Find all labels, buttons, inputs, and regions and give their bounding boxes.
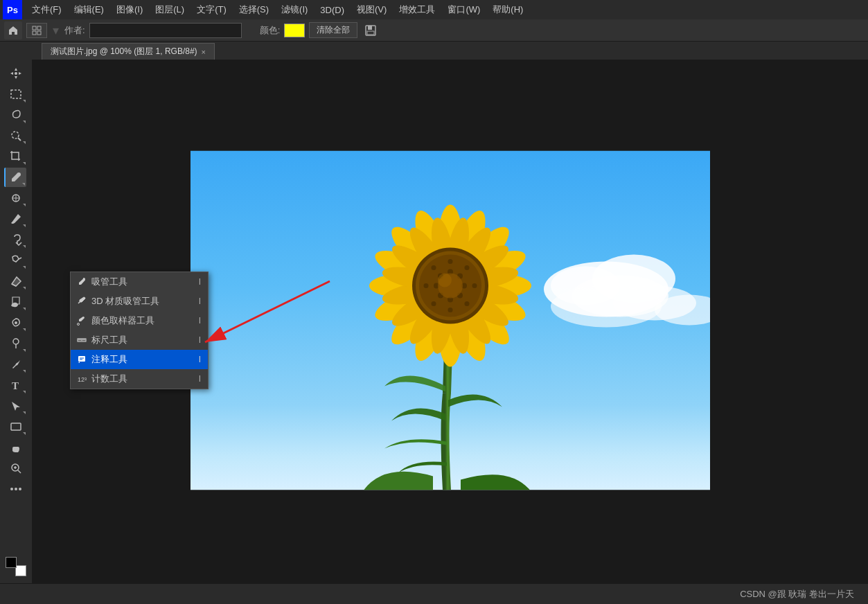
lasso-tool[interactable]: [5, 105, 27, 125]
svg-text:Ps: Ps: [7, 5, 18, 15]
clear-all-button[interactable]: 清除全部: [309, 22, 357, 38]
ctx-menu-color-sampler[interactable]: 颜色取样器工具 I: [71, 311, 208, 330]
svg-point-12: [15, 321, 17, 324]
ctx-menu-count[interactable]: 12³ 计数工具 I: [71, 369, 208, 389]
menu-3d[interactable]: 3D(D): [315, 3, 350, 17]
svg-point-10: [12, 132, 19, 139]
svg-point-76: [431, 301, 436, 306]
menu-help[interactable]: 帮助(H): [487, 2, 529, 17]
menu-view[interactable]: 视图(V): [351, 2, 392, 17]
svg-point-13: [13, 339, 19, 344]
healing-brush-tool[interactable]: [5, 188, 27, 208]
blur-tool[interactable]: [5, 313, 27, 332]
menu-image[interactable]: 图像(I): [111, 2, 148, 17]
main-area: T: [0, 60, 868, 583]
menu-plugins[interactable]: 增效工具: [393, 2, 441, 17]
svg-rect-4: [37, 31, 41, 35]
svg-rect-1: [33, 26, 36, 30]
history-brush-tool[interactable]: [5, 251, 27, 270]
hand-tool[interactable]: [5, 438, 27, 457]
color-label: 颜色:: [260, 24, 281, 37]
menu-select[interactable]: 选择(S): [233, 2, 274, 17]
menu-file[interactable]: 文件(F): [26, 2, 67, 17]
doc-tab-title: 测试图片.jpg @ 100% (图层 1, RGB/8#): [51, 46, 197, 57]
svg-point-27: [551, 286, 662, 328]
menu-window[interactable]: 窗口(W): [442, 2, 486, 17]
3d-eyedropper-icon: [76, 296, 87, 307]
clone-stamp-tool[interactable]: [5, 230, 27, 249]
author-label: 作者:: [64, 24, 85, 37]
crop-tool[interactable]: [5, 147, 27, 166]
ctx-menu-eyedropper-label: 吸管工具: [91, 276, 127, 288]
zoom-tool[interactable]: [5, 459, 27, 478]
menu-text[interactable]: 文字(T): [191, 2, 232, 17]
svg-point-74: [464, 301, 469, 306]
svg-point-75: [448, 308, 452, 312]
foreground-bg-colors[interactable]: [6, 557, 26, 576]
ctx-menu-ruler[interactable]: 标尺工具 I: [71, 330, 208, 350]
svg-rect-6: [368, 26, 372, 30]
svg-point-18: [15, 488, 17, 490]
type-tool[interactable]: T: [5, 375, 27, 395]
move-tool[interactable]: [5, 64, 27, 83]
svg-point-8: [15, 72, 17, 75]
canvas-area: 吸管工具 I 3D 材质吸管工具 I: [32, 60, 868, 583]
ctx-menu-note-shortcut: I: [199, 355, 201, 364]
status-bar: CSDN @跟 耿瑞 卷出一片天: [0, 583, 868, 604]
svg-rect-2: [37, 26, 41, 30]
eraser-tool[interactable]: [5, 272, 27, 291]
svg-rect-7: [367, 31, 374, 35]
ctx-menu-3d-eyedropper-label: 3D 材质吸管工具: [91, 295, 159, 308]
author-input[interactable]: [89, 23, 242, 38]
ruler-icon: [76, 335, 87, 346]
menu-edit[interactable]: 编辑(E): [69, 2, 109, 17]
more-tools[interactable]: [5, 479, 27, 499]
ctx-menu-note-label: 注释工具: [91, 353, 127, 366]
svg-point-81: [78, 323, 80, 326]
doc-tab-close[interactable]: ×: [202, 48, 206, 56]
ctx-menu-note[interactable]: 注释工具 I: [71, 350, 208, 369]
save-icon[interactable]: [362, 21, 380, 39]
fill-tool[interactable]: [5, 292, 27, 312]
svg-rect-3: [33, 31, 36, 35]
svg-point-73: [472, 283, 477, 288]
svg-text:12³: 12³: [78, 376, 87, 383]
canvas-image: [191, 151, 710, 490]
ps-logo: Ps: [3, 0, 22, 19]
dodge-tool[interactable]: [5, 334, 27, 353]
arrange-button[interactable]: [26, 23, 47, 38]
svg-point-17: [10, 488, 13, 490]
menu-filter[interactable]: 滤镜(I): [276, 2, 313, 17]
svg-point-72: [464, 265, 469, 270]
ctx-menu-3d-eyedropper[interactable]: 3D 材质吸管工具 I: [71, 292, 208, 311]
ctx-menu-eyedropper[interactable]: 吸管工具 I: [71, 272, 208, 292]
count-icon: 12³: [76, 373, 87, 384]
svg-point-78: [431, 265, 436, 270]
svg-point-77: [423, 283, 428, 288]
color-swatch[interactable]: [284, 24, 305, 37]
document-tab[interactable]: 测试图片.jpg @ 100% (图层 1, RGB/8#) ×: [42, 43, 215, 60]
context-menu: 吸管工具 I 3D 材质吸管工具 I: [70, 272, 209, 389]
status-text: CSDN @跟 耿瑞 卷出一片天: [740, 588, 854, 601]
color-sampler-icon: [76, 315, 87, 326]
svg-rect-9: [11, 90, 21, 98]
path-selection-tool[interactable]: [5, 396, 27, 416]
pen-tool[interactable]: [5, 355, 27, 374]
svg-rect-15: [11, 423, 21, 430]
home-button[interactable]: [4, 21, 22, 39]
ctx-menu-ruler-shortcut: I: [199, 335, 201, 345]
ctx-menu-color-sampler-shortcut: I: [199, 316, 201, 326]
svg-point-80: [438, 274, 452, 287]
ctx-menu-eyedropper-shortcut: I: [199, 277, 201, 287]
menu-layer[interactable]: 图层(L): [150, 2, 190, 17]
options-toolbar: ▾ 作者: 颜色: 清除全部: [0, 19, 868, 42]
eyedropper-tool[interactable]: [4, 168, 26, 187]
eyedropper-icon: [76, 276, 87, 287]
ctx-menu-3d-eyedropper-shortcut: I: [199, 296, 201, 306]
brush-tool[interactable]: [5, 209, 27, 229]
marquee-tool[interactable]: [5, 85, 27, 104]
quick-select-tool[interactable]: [5, 126, 27, 145]
ctx-menu-color-sampler-label: 颜色取样器工具: [91, 314, 154, 327]
shape-tool[interactable]: [5, 417, 27, 436]
note-icon: [76, 354, 87, 365]
